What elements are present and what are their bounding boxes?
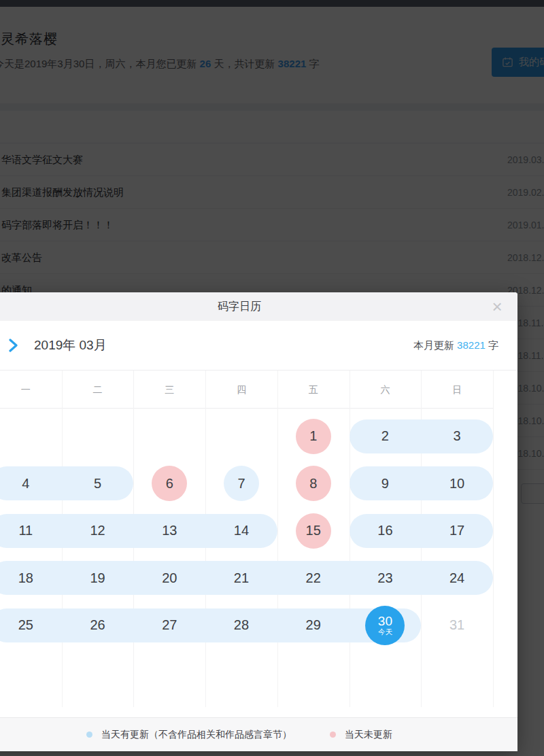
weekday-label: 六 (350, 371, 422, 408)
month-nav-row: 2019年 03月 本月更新 38221 字 (0, 321, 517, 371)
legend-bar: 当天有更新（不含作品相关和作品感言章节）当天未更新 (0, 717, 517, 751)
month-summary-value: 38221 (457, 339, 486, 351)
weekday-label: 一 (0, 371, 62, 408)
calendar-grid: 1234567891011121314151617181920212223242… (0, 413, 493, 649)
day-cell[interactable]: 11 (0, 507, 62, 555)
day-cell[interactable]: 28 (205, 602, 277, 649)
today-label: 今天 (378, 628, 392, 636)
calendar-modal: 码字日历 × 2019年 03月 本月更新 38221 字 一二三四五六日 12… (0, 292, 517, 751)
day-cell[interactable]: 27 (133, 602, 205, 649)
day-cell[interactable]: 5 (62, 460, 134, 508)
day-cell[interactable]: 31 (421, 602, 493, 649)
day-cell[interactable]: 1 (277, 413, 350, 460)
day-cell[interactable]: 25 (0, 602, 62, 649)
legend-dot-icon (330, 732, 336, 738)
weekday-label: 四 (205, 371, 277, 408)
day-cell[interactable]: 15 (277, 507, 350, 555)
day-cell[interactable]: 4 (0, 460, 62, 508)
day-cell[interactable]: 24 (421, 555, 493, 602)
today-badge[interactable]: 30今天 (365, 606, 405, 645)
legend-dot-icon (86, 732, 92, 738)
modal-title: 码字日历 (0, 292, 517, 321)
day-cell[interactable]: 13 (133, 507, 205, 555)
day-cell[interactable]: 19 (62, 555, 134, 602)
weekday-header: 一二三四五六日 (0, 371, 493, 409)
weekday-label: 日 (421, 371, 493, 408)
month-label: 2019年 03月 (34, 321, 107, 369)
day-cell[interactable]: 10 (421, 460, 493, 508)
day-cell[interactable]: 29 (277, 602, 350, 649)
day-cell[interactable]: 7 (205, 460, 277, 508)
day-cell[interactable]: 6 (133, 460, 205, 508)
day-cell[interactable]: 14 (205, 507, 277, 555)
day-cell[interactable]: 9 (350, 460, 422, 508)
screen: 灵希落樱 今天是2019年3月30日，周六，本月您已更新 26 天，共计更新 3… (0, 0, 544, 756)
day-cell[interactable]: 12 (62, 507, 134, 555)
day-cell[interactable]: 22 (277, 555, 350, 602)
legend-label: 当天未更新 (345, 729, 392, 741)
day-cell[interactable]: 8 (277, 460, 350, 508)
legend-item: 当天有更新（不含作品相关和作品感言章节） (86, 729, 292, 741)
today-day-number: 30 (378, 615, 392, 628)
close-icon[interactable]: × (485, 292, 509, 321)
weekday-label: 五 (277, 371, 350, 408)
legend-label: 当天有更新（不含作品相关和作品感言章节） (101, 729, 292, 741)
day-cell[interactable]: 21 (205, 555, 277, 602)
day-cell[interactable]: 18 (0, 555, 62, 602)
day-cell[interactable]: 17 (421, 507, 493, 555)
modal-titlebar: 码字日历 × (0, 292, 517, 321)
weekday-label: 三 (133, 371, 205, 408)
day-cell[interactable]: 23 (350, 555, 422, 602)
day-cell[interactable]: 26 (62, 602, 134, 649)
month-summary: 本月更新 38221 字 (413, 321, 498, 369)
day-cell[interactable]: 20 (133, 555, 205, 602)
legend-item: 当天未更新 (330, 729, 392, 741)
day-cell[interactable]: 3 (421, 413, 493, 460)
chevron-right-icon[interactable] (6, 338, 20, 356)
weekday-label: 二 (62, 371, 134, 408)
column-separator (493, 371, 494, 707)
day-cell[interactable]: 2 (350, 413, 422, 460)
day-cell[interactable]: 16 (350, 507, 422, 555)
